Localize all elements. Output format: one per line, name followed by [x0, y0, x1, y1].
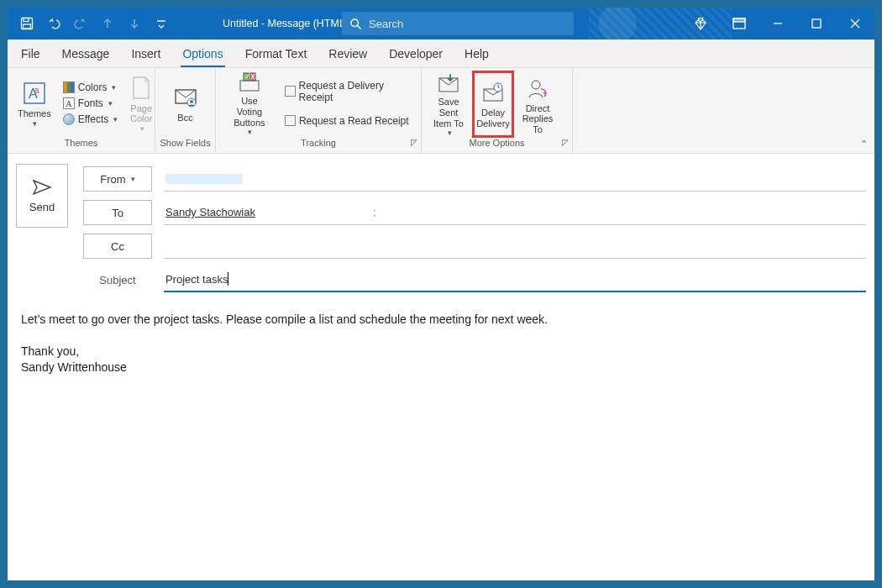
search-box[interactable]: [342, 12, 574, 35]
group-label: Show Fields: [155, 138, 215, 153]
send-icon: [32, 179, 52, 196]
to-button[interactable]: To: [83, 200, 152, 225]
direct-replies-icon: [524, 75, 551, 102]
chevron-down-icon: ▾: [108, 99, 113, 108]
delivery-receipt-checkbox[interactable]: Request a Delivery Receipt: [281, 78, 421, 105]
read-receipt-label: Request a Read Receipt: [299, 115, 409, 127]
group-more-options: Save Sent Item To▾ Delay Delivery Direct…: [422, 68, 573, 153]
effects-button[interactable]: Effects▾: [60, 112, 121, 127]
from-field[interactable]: [164, 166, 866, 192]
colors-label: Colors: [78, 81, 108, 93]
colors-icon: [63, 81, 75, 93]
to-value: Sandy Stachowiak: [165, 206, 255, 218]
window-controls: [681, 8, 874, 39]
tab-message[interactable]: Message: [60, 42, 112, 67]
from-value-redacted: [165, 174, 243, 184]
voting-label: Use Voting Buttons: [228, 96, 271, 128]
direct-replies-label: Direct Replies To: [519, 103, 556, 135]
search-input[interactable]: [369, 18, 574, 30]
title-bar: Untitled - Message (HTML): [8, 8, 874, 39]
tab-help[interactable]: Help: [463, 42, 491, 67]
chevron-down-icon: ▾: [448, 129, 452, 137]
quick-access-toolbar: [8, 12, 172, 35]
svg-rect-2: [24, 24, 31, 29]
use-voting-button[interactable]: Use Voting Buttons▾: [223, 70, 276, 137]
maximize-button[interactable]: [797, 8, 836, 39]
group-label: Themes: [8, 138, 155, 153]
fonts-button[interactable]: A Fonts▾: [60, 96, 121, 111]
to-field[interactable]: Sandy Stachowiak;: [164, 200, 866, 225]
chevron-down-icon: ▾: [131, 175, 135, 183]
dialog-launcher-icon[interactable]: ◸: [411, 138, 417, 147]
subject-value: Project tasks: [165, 273, 228, 286]
from-button[interactable]: From ▾: [83, 166, 152, 192]
colors-button[interactable]: Colors▾: [60, 80, 121, 95]
compose-area: Send From ▾ To Sandy Stachowiak; Cc Subj…: [8, 154, 874, 580]
svg-point-3: [350, 18, 358, 26]
save-sent-label: Save Sent Item To: [430, 97, 467, 129]
group-label: Tracking◸: [216, 138, 421, 153]
diamond-icon[interactable]: [681, 8, 720, 39]
tab-review[interactable]: Review: [327, 42, 369, 67]
send-label: Send: [29, 201, 55, 213]
checkbox-icon: [285, 115, 296, 126]
tab-insert[interactable]: Insert: [129, 42, 162, 67]
chevron-down-icon: ▾: [112, 83, 116, 92]
minimize-button[interactable]: [759, 8, 797, 39]
ribbon-display-icon[interactable]: [720, 8, 759, 39]
svg-point-19: [532, 81, 540, 89]
message-window: Untitled - Message (HTML): [8, 8, 874, 580]
themes-button[interactable]: Aa Themes ▾: [13, 70, 56, 137]
direct-replies-button[interactable]: Direct Replies To: [514, 71, 561, 138]
bcc-button[interactable]: Bcc: [167, 70, 204, 137]
delivery-receipt-label: Request a Delivery Receipt: [299, 80, 417, 103]
cc-field[interactable]: [164, 234, 866, 259]
chevron-down-icon: ▾: [140, 124, 144, 133]
text-cursor: [228, 272, 228, 286]
to-label: To: [112, 207, 123, 219]
save-icon[interactable]: [16, 12, 38, 35]
collapse-ribbon-icon[interactable]: ⌃: [860, 139, 868, 150]
svg-rect-5: [733, 18, 745, 22]
themes-icon: Aa: [21, 80, 48, 107]
close-button[interactable]: [836, 8, 874, 39]
chevron-down-icon: ▾: [248, 128, 252, 136]
read-receipt-checkbox[interactable]: Request a Read Receipt: [281, 113, 421, 129]
delay-delivery-button[interactable]: Delay Delivery: [472, 71, 514, 138]
svg-rect-13: [240, 81, 259, 91]
checkbox-icon: [285, 86, 296, 97]
tab-developer[interactable]: Developer: [387, 42, 444, 67]
effects-icon: [63, 113, 75, 125]
svg-text:a: a: [34, 86, 39, 95]
next-icon[interactable]: [123, 12, 145, 35]
undo-icon[interactable]: [43, 12, 65, 35]
group-label: More Options◸: [422, 138, 572, 153]
tab-options[interactable]: Options: [181, 42, 224, 67]
message-body[interactable]: Let’s meet to go over the project tasks.…: [16, 297, 866, 375]
group-themes: Aa Themes ▾ Colors▾ A Fonts▾: [8, 68, 155, 153]
dialog-launcher-icon[interactable]: ◸: [562, 138, 569, 147]
bcc-icon: [172, 84, 199, 111]
prev-icon[interactable]: [97, 12, 118, 35]
subject-field[interactable]: Project tasks: [164, 267, 866, 292]
send-button[interactable]: Send: [16, 164, 68, 228]
redo-icon[interactable]: [70, 12, 92, 35]
page-color-button[interactable]: Page Color▾: [123, 70, 160, 137]
group-tracking: Use Voting Buttons▾ Request a Delivery R…: [216, 68, 422, 153]
themes-label: Themes: [18, 108, 51, 119]
recipient-separator: ;: [373, 206, 376, 218]
voting-icon: [236, 71, 263, 94]
save-sent-item-button[interactable]: Save Sent Item To▾: [425, 71, 472, 138]
page-color-label: Page Color: [130, 103, 152, 124]
ribbon-tabs: File Message Insert Options Format Text …: [8, 39, 874, 68]
tab-file[interactable]: File: [19, 42, 42, 67]
effects-label: Effects: [78, 113, 108, 125]
qat-customize-icon[interactable]: [150, 12, 172, 35]
tab-format-text[interactable]: Format Text: [244, 42, 309, 67]
svg-rect-1: [24, 18, 29, 22]
from-label: From: [100, 173, 125, 186]
delay-delivery-label: Delay Delivery: [476, 108, 510, 129]
window-title: Untitled - Message (HTML): [223, 18, 349, 29]
group-show-fields: Bcc Show Fields: [155, 68, 216, 153]
cc-button[interactable]: Cc: [83, 234, 152, 259]
